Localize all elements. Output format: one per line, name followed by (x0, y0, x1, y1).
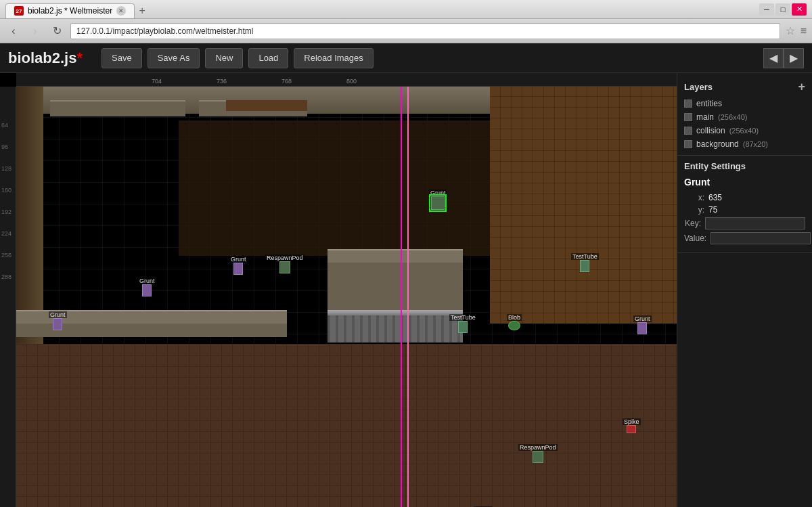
ruler-mark-800: 800 (346, 78, 357, 85)
layer-item-entities[interactable]: entities (677, 97, 812, 110)
entity-respawnpod-2[interactable]: RespawnPod (518, 444, 558, 463)
save-as-button[interactable]: Save As (148, 48, 200, 68)
entity-testtube-1-label: TestTube (571, 253, 599, 260)
scroll-left-button[interactable]: ◀ (763, 48, 784, 68)
entity-grunt-2-body (142, 284, 152, 296)
layer-item-background[interactable]: background (87x20) (677, 137, 812, 151)
entity-grunt-3-label: Grunt (49, 311, 67, 318)
layer-item-main[interactable]: main (256x40) (677, 110, 812, 124)
entity-x-row: x: 635 (684, 193, 805, 202)
entity-grunt-4[interactable]: Grunt (633, 315, 652, 334)
ruler-mark-768: 768 (281, 78, 292, 85)
entity-y-label: y: (684, 205, 704, 215)
entity-grunt-2-label: Grunt (138, 278, 156, 284)
maximize-button[interactable]: □ (775, 3, 790, 16)
window-controls: ─ □ ✕ (759, 3, 807, 16)
ruler-192: 192 (1, 208, 12, 215)
dark-area-1 (179, 120, 503, 256)
ruler-224: 224 (1, 230, 12, 237)
entity-testtube-1[interactable]: TestTube (571, 253, 599, 272)
new-button[interactable]: New (205, 48, 243, 68)
canvas-area[interactable]: 704 736 768 800 64 96 128 160 192 224 25… (0, 73, 677, 507)
ruler-288: 288 (1, 273, 12, 280)
metal-strip-1 (328, 310, 463, 315)
entity-respawnpod-1-label: RespawnPod (265, 255, 304, 261)
bookmark-icon[interactable]: ☆ (786, 24, 795, 37)
add-layer-button[interactable]: + (798, 80, 805, 94)
entity-respawnpod-1[interactable]: RespawnPod (265, 255, 304, 273)
forward-button[interactable]: › (27, 23, 43, 39)
layer-name-background: background (696, 139, 739, 149)
scroll-controls: ◀ ▶ (763, 48, 804, 68)
menu-icon[interactable]: ≡ (800, 25, 807, 37)
entity-testtube-2-body (458, 321, 468, 333)
mid-platform-body (328, 263, 463, 317)
load-button[interactable]: Load (248, 48, 288, 68)
ruler-top: 704 736 768 800 (16, 73, 677, 87)
entity-spike-label: Spike (623, 418, 641, 425)
entity-respawnpod-1-body (279, 261, 290, 273)
entity-respawnpod-2-body (533, 451, 543, 463)
game-world: Grunt Grunt RespawnPod Grunt (16, 87, 677, 507)
magenta-line-1 (401, 87, 402, 507)
entity-grunt-2[interactable]: Grunt (138, 278, 156, 296)
entity-settings-section: Entity Settings Grunt x: 635 y: 75 Key: … (677, 156, 812, 253)
minimize-button[interactable]: ─ (759, 3, 774, 16)
entity-grunt-3-body (53, 318, 62, 330)
layer-name-entities: entities (696, 99, 722, 108)
entity-spike[interactable]: Spike (623, 418, 641, 433)
entity-grunt-1[interactable]: Grunt (229, 256, 248, 275)
ruler-64: 64 (1, 122, 8, 129)
entity-selection-box (429, 194, 447, 212)
entity-key-row: Key: (684, 217, 805, 229)
browser-tab[interactable]: 27 biolab2.js * Weltmeister ✕ (5, 3, 135, 18)
layer-checkbox-background[interactable] (684, 140, 692, 148)
tab-close-button[interactable]: ✕ (116, 6, 126, 16)
tab-favicon: 27 (14, 6, 24, 16)
entity-blob-label: Blob (507, 314, 522, 321)
layer-checkbox-entities[interactable] (684, 100, 692, 108)
entity-value-label: Value: (684, 234, 706, 243)
entity-blob-body (508, 321, 520, 330)
browser-titlebar: 27 biolab2.js * Weltmeister ✕ + ─ □ ✕ (0, 0, 812, 19)
entity-spike-body (627, 425, 636, 433)
new-tab-button[interactable]: + (135, 3, 150, 18)
layers-section: Layers + entities main (256x40) collisio… (677, 73, 812, 156)
ruler-160: 160 (1, 187, 12, 194)
ruler-mark-736: 736 (217, 78, 227, 85)
layer-name-collision: collision (696, 126, 725, 135)
ruler-left: 64 96 128 160 192 224 256 288 (0, 87, 16, 507)
ruler-96: 96 (1, 144, 8, 150)
entity-value-row: Value: (684, 232, 805, 244)
app-toolbar: biolab2.js* Save Save As New Load Reload… (0, 43, 812, 73)
entity-blob[interactable]: Blob (507, 314, 522, 330)
right-rocky-terrain (490, 87, 677, 324)
entity-testtube-2[interactable]: TestTube (449, 314, 477, 333)
tile-platform-1 (50, 100, 185, 116)
sidebar: Layers + entities main (256x40) collisio… (677, 73, 812, 507)
layer-size-main: (256x40) (718, 113, 747, 121)
close-button[interactable]: ✕ (792, 3, 807, 16)
layer-checkbox-main[interactable] (684, 113, 692, 121)
layer-item-collision[interactable]: collision (256x40) (677, 124, 812, 137)
reload-button[interactable]: ↻ (49, 23, 65, 39)
entity-x-value: 635 (708, 193, 722, 202)
browser-addressbar: ‹ › ↻ 127.0.0.1/impact/playbiolab.com/we… (0, 19, 812, 43)
save-button[interactable]: Save (102, 48, 142, 68)
back-button[interactable]: ‹ (5, 23, 22, 39)
entity-grunt-1-label: Grunt (229, 256, 248, 263)
ruler-256: 256 (1, 252, 12, 259)
entity-key-input[interactable] (705, 217, 805, 229)
entity-x-label: x: (684, 193, 704, 202)
lower-floor (16, 344, 677, 507)
metal-body-1 (328, 315, 463, 343)
tab-label: biolab2.js * Weltmeister (28, 6, 112, 16)
layer-checkbox-collision[interactable] (684, 127, 692, 135)
entity-grunt-selected[interactable]: Grunt (429, 190, 447, 210)
entity-grunt-3[interactable]: Grunt (49, 311, 67, 330)
reload-images-button[interactable]: Reload Images (294, 48, 373, 68)
scroll-right-button[interactable]: ▶ (784, 48, 804, 68)
address-bar[interactable]: 127.0.0.1/impact/playbiolab.com/weltmeis… (70, 23, 780, 39)
entity-testtube-2-label: TestTube (449, 314, 477, 321)
entity-value-input[interactable] (710, 232, 811, 244)
